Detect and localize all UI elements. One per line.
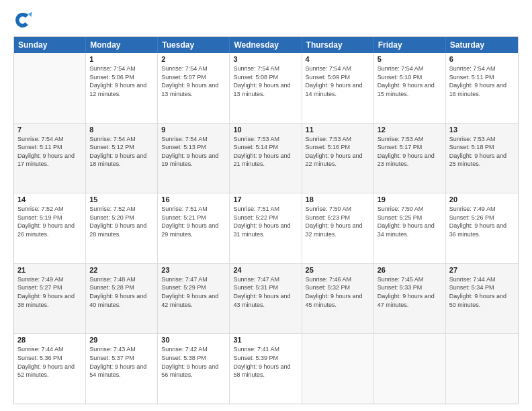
day-info: Sunrise: 7:42 AMSunset: 5:38 PMDaylight:… [161, 345, 226, 379]
calendar-cell: 20Sunrise: 7:49 AMSunset: 5:26 PMDayligh… [446, 193, 518, 263]
calendar-cell: 18Sunrise: 7:50 AMSunset: 5:23 PMDayligh… [302, 193, 374, 263]
calendar: SundayMondayTuesdayWednesdayThursdayFrid… [13, 36, 519, 404]
calendar-cell: 24Sunrise: 7:47 AMSunset: 5:31 PMDayligh… [230, 264, 302, 334]
day-info: Sunrise: 7:52 AMSunset: 5:20 PMDaylight:… [89, 205, 154, 238]
calendar-row: 7Sunrise: 7:54 AMSunset: 5:11 PMDaylight… [14, 124, 518, 194]
calendar-cell: 26Sunrise: 7:45 AMSunset: 5:33 PMDayligh… [374, 264, 446, 334]
day-info: Sunrise: 7:50 AMSunset: 5:23 PMDaylight:… [306, 205, 370, 238]
calendar-cell: 19Sunrise: 7:50 AMSunset: 5:25 PMDayligh… [374, 193, 446, 263]
calendar-cell: 9Sunrise: 7:54 AMSunset: 5:13 PMDaylight… [158, 124, 230, 193]
calendar-cell [14, 53, 86, 123]
calendar-page: SundayMondayTuesdayWednesdayThursdayFrid… [0, 0, 532, 411]
calendar-cell: 13Sunrise: 7:53 AMSunset: 5:18 PMDayligh… [446, 124, 518, 193]
day-info: Sunrise: 7:54 AMSunset: 5:13 PMDaylight:… [161, 135, 226, 169]
day-number: 5 [378, 55, 442, 63]
day-number: 15 [89, 195, 154, 203]
day-info: Sunrise: 7:51 AMSunset: 5:21 PMDaylight:… [161, 205, 226, 238]
calendar-row: 14Sunrise: 7:52 AMSunset: 5:19 PMDayligh… [14, 193, 518, 264]
calendar-cell: 7Sunrise: 7:54 AMSunset: 5:11 PMDaylight… [14, 124, 86, 193]
day-number: 29 [89, 336, 154, 344]
day-number: 7 [17, 126, 82, 134]
calendar-cell: 6Sunrise: 7:54 AMSunset: 5:11 PMDaylight… [446, 53, 518, 123]
day-info: Sunrise: 7:47 AMSunset: 5:29 PMDaylight:… [161, 275, 226, 309]
calendar-cell: 8Sunrise: 7:54 AMSunset: 5:12 PMDaylight… [86, 124, 158, 193]
calendar-row: 1Sunrise: 7:54 AMSunset: 5:06 PMDaylight… [14, 53, 518, 124]
calendar-body: 1Sunrise: 7:54 AMSunset: 5:06 PMDaylight… [14, 53, 518, 404]
day-number: 13 [449, 126, 515, 134]
day-info: Sunrise: 7:54 AMSunset: 5:08 PMDaylight:… [233, 64, 298, 98]
day-number: 9 [161, 126, 226, 134]
header [13, 11, 519, 30]
day-info: Sunrise: 7:43 AMSunset: 5:37 PMDaylight:… [89, 345, 154, 379]
day-info: Sunrise: 7:54 AMSunset: 5:12 PMDaylight:… [89, 135, 154, 169]
calendar-cell: 10Sunrise: 7:53 AMSunset: 5:14 PMDayligh… [230, 124, 302, 193]
day-number: 28 [17, 336, 82, 344]
calendar-cell: 21Sunrise: 7:49 AMSunset: 5:27 PMDayligh… [14, 264, 86, 334]
calendar-cell: 29Sunrise: 7:43 AMSunset: 5:37 PMDayligh… [86, 334, 158, 404]
day-info: Sunrise: 7:54 AMSunset: 5:09 PMDaylight:… [306, 64, 370, 98]
day-info: Sunrise: 7:48 AMSunset: 5:28 PMDaylight:… [89, 275, 154, 309]
calendar-cell: 30Sunrise: 7:42 AMSunset: 5:38 PMDayligh… [158, 334, 230, 404]
day-info: Sunrise: 7:53 AMSunset: 5:14 PMDaylight:… [233, 135, 298, 169]
day-number: 27 [449, 266, 515, 274]
day-number: 19 [378, 195, 442, 203]
day-number: 3 [233, 55, 298, 63]
header-cell-sunday: Sunday [14, 37, 86, 53]
day-number: 6 [449, 55, 515, 63]
day-info: Sunrise: 7:45 AMSunset: 5:33 PMDaylight:… [378, 275, 442, 309]
calendar-row: 21Sunrise: 7:49 AMSunset: 5:27 PMDayligh… [14, 264, 518, 334]
day-number: 21 [17, 266, 82, 274]
calendar-cell [446, 334, 518, 404]
header-cell-saturday: Saturday [446, 37, 518, 53]
day-info: Sunrise: 7:54 AMSunset: 5:11 PMDaylight:… [449, 64, 515, 98]
calendar-cell: 2Sunrise: 7:54 AMSunset: 5:07 PMDaylight… [158, 53, 230, 123]
calendar-cell: 25Sunrise: 7:46 AMSunset: 5:32 PMDayligh… [302, 264, 374, 334]
calendar-cell: 12Sunrise: 7:53 AMSunset: 5:17 PMDayligh… [374, 124, 446, 193]
calendar-cell [302, 334, 374, 404]
calendar-cell: 16Sunrise: 7:51 AMSunset: 5:21 PMDayligh… [158, 193, 230, 263]
logo [13, 11, 35, 30]
calendar-cell: 17Sunrise: 7:51 AMSunset: 5:22 PMDayligh… [230, 193, 302, 263]
day-number: 12 [378, 126, 442, 134]
day-info: Sunrise: 7:41 AMSunset: 5:39 PMDaylight:… [233, 345, 298, 379]
calendar-cell: 15Sunrise: 7:52 AMSunset: 5:20 PMDayligh… [86, 193, 158, 263]
day-number: 14 [17, 195, 82, 203]
calendar-row: 28Sunrise: 7:44 AMSunset: 5:36 PMDayligh… [14, 334, 518, 404]
day-info: Sunrise: 7:49 AMSunset: 5:27 PMDaylight:… [17, 275, 82, 309]
day-info: Sunrise: 7:53 AMSunset: 5:16 PMDaylight:… [306, 135, 370, 169]
day-number: 2 [161, 55, 226, 63]
day-info: Sunrise: 7:54 AMSunset: 5:07 PMDaylight:… [161, 64, 226, 98]
day-number: 1 [89, 55, 154, 63]
day-number: 20 [449, 195, 515, 203]
day-number: 17 [233, 195, 298, 203]
calendar-cell: 4Sunrise: 7:54 AMSunset: 5:09 PMDaylight… [302, 53, 374, 123]
day-number: 16 [161, 195, 226, 203]
calendar-header: SundayMondayTuesdayWednesdayThursdayFrid… [14, 37, 518, 53]
day-info: Sunrise: 7:49 AMSunset: 5:26 PMDaylight:… [449, 205, 515, 238]
day-number: 26 [378, 266, 442, 274]
day-info: Sunrise: 7:51 AMSunset: 5:22 PMDaylight:… [233, 205, 298, 238]
day-number: 22 [89, 266, 154, 274]
calendar-cell: 14Sunrise: 7:52 AMSunset: 5:19 PMDayligh… [14, 193, 86, 263]
day-info: Sunrise: 7:50 AMSunset: 5:25 PMDaylight:… [378, 205, 442, 238]
day-number: 25 [306, 266, 370, 274]
calendar-cell: 22Sunrise: 7:48 AMSunset: 5:28 PMDayligh… [86, 264, 158, 334]
day-info: Sunrise: 7:44 AMSunset: 5:36 PMDaylight:… [17, 345, 82, 379]
calendar-cell: 3Sunrise: 7:54 AMSunset: 5:08 PMDaylight… [230, 53, 302, 123]
calendar-cell [374, 334, 446, 404]
day-number: 8 [89, 126, 154, 134]
calendar-cell: 27Sunrise: 7:44 AMSunset: 5:34 PMDayligh… [446, 264, 518, 334]
calendar-cell: 28Sunrise: 7:44 AMSunset: 5:36 PMDayligh… [14, 334, 86, 404]
day-number: 11 [306, 126, 370, 134]
day-number: 24 [233, 266, 298, 274]
day-number: 18 [306, 195, 370, 203]
header-cell-monday: Monday [86, 37, 158, 53]
day-info: Sunrise: 7:47 AMSunset: 5:31 PMDaylight:… [233, 275, 298, 309]
day-number: 10 [233, 126, 298, 134]
logo-icon [13, 11, 32, 30]
day-info: Sunrise: 7:52 AMSunset: 5:19 PMDaylight:… [17, 205, 82, 238]
day-info: Sunrise: 7:54 AMSunset: 5:10 PMDaylight:… [378, 64, 442, 98]
day-info: Sunrise: 7:46 AMSunset: 5:32 PMDaylight:… [306, 275, 370, 309]
day-number: 31 [233, 336, 298, 344]
calendar-cell: 31Sunrise: 7:41 AMSunset: 5:39 PMDayligh… [230, 334, 302, 404]
